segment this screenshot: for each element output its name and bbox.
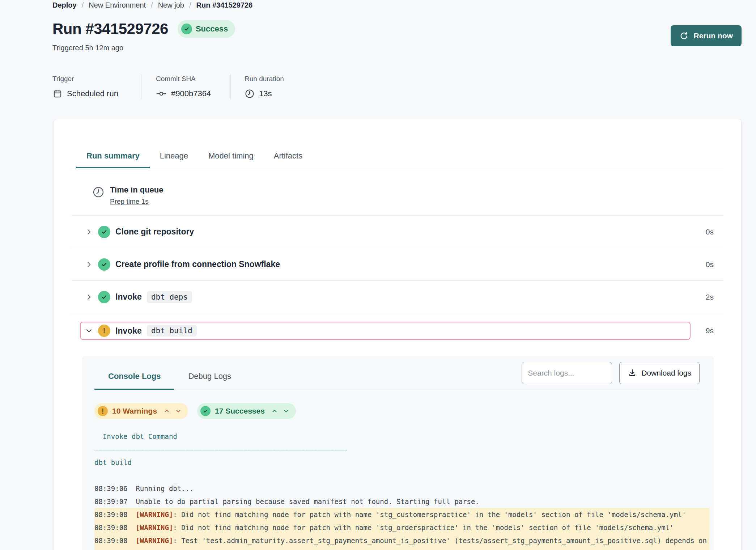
step-duration: 2s	[695, 293, 714, 301]
step-label: Create profile from connection Snowflake	[115, 259, 280, 269]
log-warning-line: 08:39:08 [WARNING]: Did not find matchin…	[94, 508, 709, 521]
breadcrumb: Deploy/New Environment/New job/Run #3415…	[52, 1, 742, 9]
log-info-line: 08:39:06 Running dbt...	[94, 482, 709, 495]
step-duration: 9s	[695, 326, 714, 335]
step-label: Clone git repository	[115, 227, 194, 237]
clock-icon	[92, 186, 105, 206]
console-log-output: Invoke dbt Command––––––––––––––––––––––…	[94, 430, 709, 550]
download-logs-button[interactable]: Download logs	[619, 362, 700, 384]
title-row: Run #341529726 Success Rerun now	[52, 18, 742, 40]
step-label: Invoke	[115, 292, 142, 302]
status-badge: Success	[178, 20, 235, 38]
warnings-pill-label: 10 Warnings	[112, 407, 157, 415]
check-circle-icon	[98, 291, 110, 303]
step-duration: 0s	[695, 260, 714, 269]
calendar-icon	[52, 89, 63, 99]
log-command-line: dbt build	[94, 456, 709, 469]
console-tabs: Console LogsDebug Logs	[94, 371, 245, 390]
step-list: Clone git repository0sCreate profile fro…	[72, 216, 723, 348]
chevron-right-icon[interactable]	[85, 293, 93, 301]
meta-trigger: Trigger Scheduled run	[52, 75, 141, 99]
warning-tag: [WARNING]	[136, 524, 173, 532]
warning-circle-icon: !	[98, 406, 108, 416]
step-row-content: Clone git repository	[80, 223, 691, 241]
run-summary-card: Run summaryLineageModel timingArtifacts …	[54, 119, 742, 550]
meta-duration-value: 13s	[259, 88, 272, 99]
log-warning-line: 08:39:08 [WARNING]: Test 'test.admin_mat…	[94, 534, 709, 550]
download-logs-label: Download logs	[641, 369, 691, 377]
step-row-create-profile-from-connection-snowflake[interactable]: Create profile from connection Snowflake…	[72, 248, 723, 281]
rerun-now-button[interactable]: Rerun now	[671, 25, 742, 46]
status-badge-label: Success	[196, 24, 228, 34]
command-chip: dbt build	[147, 325, 197, 337]
chevron-down-icon[interactable]	[85, 327, 93, 335]
run-meta: Trigger Scheduled run Commit SHA #900b73…	[52, 75, 742, 99]
meta-commit: Commit SHA #900b7364	[141, 75, 230, 99]
breadcrumb-item-new-job[interactable]: New job	[158, 1, 184, 9]
log-command-line: Invoke dbt Command	[94, 430, 709, 443]
tab-lineage[interactable]: Lineage	[150, 151, 198, 168]
breadcrumb-separator: /	[189, 1, 191, 9]
command-chip: dbt deps	[147, 291, 192, 303]
meta-duration-label: Run duration	[245, 75, 284, 83]
rerun-now-label: Rerun now	[694, 31, 733, 40]
step-row-content: Create profile from connection Snowflake	[80, 255, 691, 274]
successes-next-button[interactable]	[283, 408, 289, 414]
tab-artifacts[interactable]: Artifacts	[264, 151, 313, 168]
log-info-line: 08:39:07 Unable to do partial parsing be…	[94, 495, 709, 508]
step-row-content: Invokedbt deps	[80, 288, 691, 306]
log-summary-pills: ! 10 Warnings 17 Successes	[94, 403, 700, 419]
breadcrumb-separator: /	[151, 1, 153, 9]
chevron-right-icon[interactable]	[85, 261, 93, 268]
commit-icon	[156, 88, 167, 99]
step-label: Invoke	[115, 326, 142, 336]
warnings-pill[interactable]: ! 10 Warnings	[94, 403, 188, 419]
breadcrumb-item-new-environment[interactable]: New Environment	[89, 1, 146, 9]
log-blank-line	[94, 469, 709, 482]
prep-time-link[interactable]: Prep time 1s	[110, 197, 149, 206]
successes-pill[interactable]: 17 Successes	[197, 403, 296, 419]
warning-circle-icon: !	[98, 325, 110, 337]
console-controls: Download logs	[522, 362, 700, 384]
check-circle-icon	[98, 258, 110, 271]
page-title: Run #341529726	[52, 19, 168, 39]
breadcrumb-item-run-341529726: Run #341529726	[196, 1, 252, 9]
meta-trigger-label: Trigger	[52, 75, 141, 83]
log-command-line: ––––––––––––––––––––––––––––––––––––––––…	[94, 443, 709, 456]
chevron-right-icon[interactable]	[85, 228, 93, 236]
download-icon	[628, 368, 637, 378]
check-circle-icon	[98, 226, 110, 238]
successes-pill-label: 17 Successes	[215, 407, 265, 415]
page-header: Deploy/New Environment/New job/Run #3415…	[0, 0, 756, 99]
time-in-queue-title: Time in queue	[110, 185, 163, 195]
time-in-queue-section: Time in queue Prep time 1s	[72, 185, 723, 216]
console-header: Console LogsDebug Logs Download logs	[94, 362, 700, 390]
tab-console-logs[interactable]: Console Logs	[94, 371, 174, 390]
breadcrumb-separator: /	[82, 1, 84, 9]
warnings-prev-button[interactable]	[163, 408, 170, 414]
refresh-icon	[679, 31, 689, 41]
step-row-clone-git-repository[interactable]: Clone git repository0s	[72, 216, 723, 248]
step-row-content: !Invokedbt build	[80, 322, 691, 340]
tab-debug-logs[interactable]: Debug Logs	[174, 371, 245, 390]
meta-commit-label: Commit SHA	[156, 75, 216, 83]
warning-tag: [WARNING]	[136, 537, 173, 545]
step-row-invoke-dbt-build[interactable]: !Invokedbt build9s	[72, 313, 723, 348]
run-detail-page: Deploy/New Environment/New job/Run #3415…	[0, 0, 756, 550]
successes-prev-button[interactable]	[271, 408, 278, 414]
tab-run-summary[interactable]: Run summary	[76, 151, 150, 168]
log-warning-line: 08:39:08 [WARNING]: Did not find matchin…	[94, 521, 709, 534]
run-tabs: Run summaryLineageModel timingArtifacts	[72, 151, 723, 168]
warning-tag: [WARNING]	[136, 511, 173, 519]
search-logs-input[interactable]	[522, 362, 612, 384]
check-circle-icon	[181, 24, 192, 34]
step-row-invoke-dbt-deps[interactable]: Invokedbt deps2s	[72, 281, 723, 313]
warnings-next-button[interactable]	[175, 408, 182, 414]
clock-icon	[245, 89, 255, 99]
console-panel: Console LogsDebug Logs Download logs ! 1…	[82, 356, 714, 550]
triggered-text: Triggered 5h 12m ago	[52, 43, 742, 52]
tab-model-timing[interactable]: Model timing	[198, 151, 264, 168]
meta-commit-value: #900b7364	[171, 88, 211, 99]
breadcrumb-item-deploy[interactable]: Deploy	[52, 1, 77, 9]
meta-duration: Run duration 13s	[230, 75, 284, 99]
